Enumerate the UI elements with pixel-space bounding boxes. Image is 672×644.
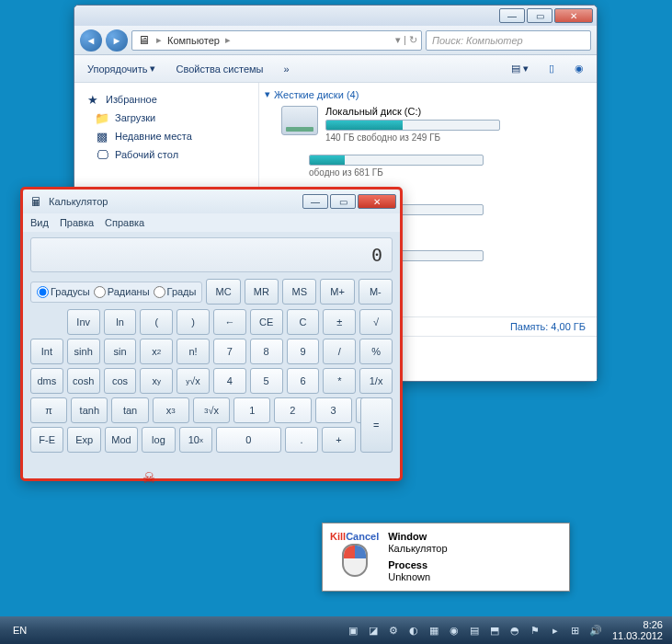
key-ms[interactable]: MS [282, 279, 316, 305]
key-lparen[interactable]: ( [140, 309, 173, 335]
key-exp[interactable]: Exp [67, 427, 100, 453]
key-tan[interactable]: tan [111, 397, 148, 423]
key-negate[interactable]: ± [323, 309, 356, 335]
key-x2[interactable]: x2 [140, 339, 173, 364]
key-multiply[interactable]: * [323, 368, 356, 394]
tray-icon[interactable]: ⚑ [528, 623, 542, 638]
key-5[interactable]: 5 [250, 368, 283, 394]
key-tanh[interactable]: tanh [71, 397, 108, 423]
view-options-button[interactable]: ▤ ▾ [507, 60, 532, 77]
clock[interactable]: 8:26 11.03.2012 [609, 619, 666, 641]
key-divide[interactable]: / [323, 339, 356, 364]
key-dms[interactable]: dms [30, 368, 63, 394]
section-header[interactable]: ▾Жесткие диски (4) [265, 88, 591, 100]
tray-icon[interactable]: ⬒ [487, 623, 502, 638]
tray-icon[interactable]: ⚙ [386, 623, 401, 638]
overflow-button[interactable]: » [279, 61, 292, 77]
key-3[interactable]: 3 [315, 397, 352, 423]
forward-button[interactable]: ► [106, 29, 128, 52]
key-mod[interactable]: Mod [105, 427, 138, 453]
key-factorial[interactable]: n! [177, 339, 210, 364]
maximize-button[interactable]: ▭ [527, 8, 552, 23]
key-decimal[interactable]: . [285, 427, 318, 453]
back-button[interactable]: ◄ [80, 29, 102, 52]
key-cosh[interactable]: cosh [67, 368, 100, 394]
key-percent[interactable]: % [359, 339, 393, 364]
key-add[interactable]: + [322, 427, 355, 453]
key-2[interactable]: 2 [274, 397, 311, 423]
drive-item[interactable]: Локальный диск (C:) 140 ГБ свободно из 2… [281, 106, 591, 143]
tray-icon[interactable]: ▤ [467, 623, 482, 638]
preview-pane-button[interactable]: ▯ [545, 60, 558, 77]
maximize-button[interactable]: ▭ [330, 194, 356, 209]
key-int[interactable]: Int [30, 339, 63, 364]
menu-view[interactable]: Вид [30, 217, 49, 228]
key-xy[interactable]: xy [140, 368, 173, 394]
key-m-minus[interactable]: M- [359, 279, 393, 305]
tray-icon[interactable]: ▸ [548, 623, 563, 638]
sidebar-downloads[interactable]: 📁Загрузки [80, 109, 253, 127]
usage-bar [325, 120, 500, 131]
window-value: Калькулятор [388, 543, 447, 554]
radio-degrees[interactable]: Градусы [37, 286, 90, 298]
breadcrumb[interactable]: Компьютер [167, 35, 220, 46]
key-cos[interactable]: cos [104, 368, 137, 394]
tray-icon[interactable]: ▣ [346, 623, 360, 638]
key-mc[interactable]: MC [206, 279, 240, 305]
menu-help[interactable]: Справка [105, 217, 144, 228]
key-cuberoot[interactable]: 3√x [193, 397, 230, 423]
key-x3[interactable]: x3 [153, 397, 189, 423]
menu-edit[interactable]: Правка [60, 217, 94, 228]
key-m-plus[interactable]: M+ [320, 279, 354, 305]
key-pi[interactable]: π [30, 397, 67, 423]
language-indicator[interactable]: EN [6, 625, 34, 636]
key-c[interactable]: C [287, 309, 320, 335]
tray-icon[interactable]: ◓ [507, 623, 522, 638]
key-fe[interactable]: F-E [30, 427, 63, 453]
key-yroot[interactable]: y√x [177, 368, 210, 394]
volume-icon[interactable]: 🔊 [588, 623, 603, 638]
address-bar[interactable]: 🖥 ▸ Компьютер ▸ ▾ | ↻ [131, 30, 422, 51]
sidebar-favorites[interactable]: ★Избранное [80, 90, 253, 109]
key-backspace[interactable]: ← [213, 309, 246, 335]
key-mr[interactable]: MR [245, 279, 279, 305]
organize-button[interactable]: Упорядочить ▾ [84, 60, 159, 77]
key-4[interactable]: 4 [213, 368, 246, 394]
key-1[interactable]: 1 [233, 397, 270, 423]
key-7[interactable]: 7 [213, 339, 246, 364]
radio-grads[interactable]: Грады [154, 286, 197, 298]
key-sin[interactable]: sin [104, 339, 137, 364]
drive-item[interactable]: ободно из 681 ГБ [265, 152, 591, 181]
search-input[interactable]: Поиск: Компьютер [426, 30, 591, 51]
key-equals[interactable]: = [360, 397, 393, 453]
tray-icon[interactable]: ⊞ [568, 623, 583, 638]
tray-icon[interactable]: ◪ [366, 623, 381, 638]
sidebar-desktop[interactable]: 🖵Рабочий стол [80, 145, 253, 164]
key-ln[interactable]: ln [104, 309, 137, 335]
key-rparen[interactable]: ) [177, 309, 210, 335]
key-6[interactable]: 6 [287, 368, 320, 394]
tray-icon[interactable]: ◉ [447, 623, 461, 638]
key-reciprocal[interactable]: 1/x [359, 368, 393, 394]
key-sqrt[interactable]: √ [359, 309, 393, 335]
calc-titlebar[interactable]: 🖩 Калькулятор — ▭ ✕ [23, 190, 400, 213]
key-0[interactable]: 0 [216, 427, 281, 453]
radio-radians[interactable]: Радианы [94, 286, 150, 298]
key-ce[interactable]: CE [250, 309, 283, 335]
help-button[interactable]: ◉ [571, 60, 587, 77]
system-properties-button[interactable]: Свойства системы [172, 61, 267, 77]
close-button[interactable]: ✕ [554, 8, 593, 23]
key-inv[interactable]: Inv [67, 309, 100, 335]
minimize-button[interactable]: — [499, 8, 525, 23]
key-8[interactable]: 8 [250, 339, 283, 364]
key-10x[interactable]: 10x [179, 427, 212, 453]
explorer-titlebar[interactable]: — ▭ ✕ [74, 6, 597, 26]
minimize-button[interactable]: — [302, 194, 328, 209]
sidebar-recent[interactable]: ▩Недавние места [80, 127, 253, 145]
tray-icon[interactable]: ▦ [427, 623, 441, 638]
close-button[interactable]: ✕ [358, 194, 396, 209]
tray-icon[interactable]: ◐ [406, 623, 421, 638]
key-9[interactable]: 9 [287, 339, 320, 364]
key-sinh[interactable]: sinh [67, 339, 100, 364]
key-log[interactable]: log [142, 427, 175, 453]
